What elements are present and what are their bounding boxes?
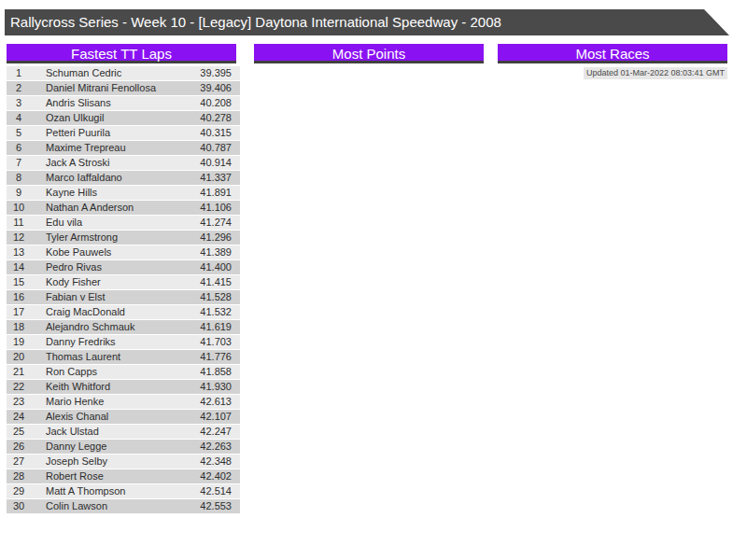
rank-cell: 4: [7, 111, 31, 125]
driver-cell: Maxime Trepreau: [31, 141, 186, 155]
driver-cell: Kody Fisher: [31, 275, 186, 289]
time-cell: 42.348: [186, 455, 240, 469]
table-row: 5 Petteri Puurila 40.315: [7, 126, 240, 141]
table-row: 28 Robert Rose 42.402: [7, 469, 240, 484]
rank-cell: 22: [7, 380, 31, 394]
time-cell: 40.787: [186, 141, 240, 155]
driver-cell: Edu vila: [31, 216, 186, 230]
table-row: 20 Thomas Laurent 41.776: [7, 350, 240, 365]
driver-cell: Ozan Ulkugil: [31, 111, 186, 125]
driver-cell: Pedro Rivas: [31, 260, 186, 274]
table-row: 16 Fabian v Elst 41.528: [7, 290, 240, 305]
rank-cell: 16: [7, 290, 31, 304]
driver-cell: Daniel Mitrani Fenollosa: [31, 81, 186, 95]
time-cell: 41.619: [186, 320, 240, 334]
time-cell: 40.315: [186, 126, 240, 140]
table-row: 1 Schuman Cedric 39.395: [7, 66, 240, 81]
most-points-header: Most Points: [254, 44, 484, 63]
table-row: 27 Joseph Selby 42.348: [7, 455, 240, 469]
rank-cell: 17: [7, 305, 31, 319]
driver-cell: Fabian v Elst: [31, 290, 186, 304]
rank-cell: 11: [7, 216, 31, 230]
driver-cell: Petteri Puurila: [31, 126, 186, 140]
driver-cell: Mario Henke: [31, 395, 186, 409]
time-cell: 41.415: [186, 275, 240, 289]
time-cell: 42.553: [186, 499, 240, 513]
fastest-tt-laps-table: 1 Schuman Cedric 39.395 2 Daniel Mitrani…: [7, 66, 240, 514]
table-row: 18 Alejandro Schmauk 41.619: [7, 320, 240, 335]
rank-cell: 6: [7, 141, 31, 155]
time-cell: 42.514: [186, 484, 240, 498]
time-cell: 40.208: [186, 96, 240, 110]
time-cell: 41.296: [186, 231, 240, 245]
table-row: 25 Jack Ulstad 42.247: [7, 425, 240, 440]
rank-cell: 30: [7, 499, 31, 513]
rank-cell: 8: [7, 171, 31, 185]
driver-cell: Kobe Pauwels: [31, 245, 186, 259]
table-row: 4 Ozan Ulkugil 40.278: [7, 111, 240, 126]
section-most-points: Most Points: [254, 44, 484, 63]
rank-cell: 18: [7, 320, 31, 334]
table-row: 23 Mario Henke 42.613: [7, 395, 240, 410]
updated-timestamp: Updated 01-Mar-2022 08:03:41 GMT: [584, 67, 727, 79]
time-cell: 42.107: [186, 410, 240, 424]
time-cell: 42.613: [186, 395, 240, 409]
rank-cell: 28: [7, 469, 31, 483]
time-cell: 41.776: [186, 350, 240, 364]
time-cell: 39.406: [186, 81, 240, 95]
table-row: 14 Pedro Rivas 41.400: [7, 260, 240, 275]
fastest-tt-laps-header: Fastest TT Laps: [7, 44, 236, 63]
driver-cell: Danny Fredriks: [31, 335, 186, 349]
time-cell: 41.274: [186, 216, 240, 230]
rank-cell: 1: [7, 66, 31, 80]
rank-cell: 20: [7, 350, 31, 364]
page-title: Rallycross Series - Week 10 - [Legacy] D…: [10, 14, 501, 30]
table-row: 19 Danny Fredriks 41.703: [7, 335, 240, 350]
table-row: 12 Tyler Armstrong 41.296: [7, 231, 240, 245]
time-cell: 41.930: [186, 380, 240, 394]
table-row: 30 Colin Lawson 42.553: [7, 499, 240, 514]
rank-cell: 2: [7, 81, 31, 95]
rank-cell: 14: [7, 260, 31, 274]
time-cell: 41.528: [186, 290, 240, 304]
table-row: 6 Maxime Trepreau 40.787: [7, 141, 240, 156]
driver-cell: Jack Ulstad: [31, 425, 186, 439]
table-row: 29 Matt A Thompson 42.514: [7, 484, 240, 499]
table-row: 11 Edu vila 41.274: [7, 216, 240, 231]
rank-cell: 3: [7, 96, 31, 110]
driver-cell: Keith Whitford: [31, 380, 186, 394]
rank-cell: 26: [7, 440, 31, 454]
driver-cell: Danny Legge: [31, 440, 186, 454]
rank-cell: 12: [7, 231, 31, 245]
section-fastest-tt-laps: Fastest TT Laps 1 Schuman Cedric 39.395 …: [7, 44, 240, 514]
table-row: 2 Daniel Mitrani Fenollosa 39.406: [7, 81, 240, 96]
time-cell: 41.703: [186, 335, 240, 349]
time-cell: 41.891: [186, 186, 240, 200]
table-row: 17 Craig MacDonald 41.532: [7, 305, 240, 320]
time-cell: 40.278: [186, 111, 240, 125]
rank-cell: 13: [7, 245, 31, 259]
table-row: 22 Keith Whitford 41.930: [7, 380, 240, 395]
time-cell: 41.337: [186, 171, 240, 185]
section-most-races: Most Races Updated 01-Mar-2022 08:03:41 …: [498, 44, 727, 79]
time-cell: 41.532: [186, 305, 240, 319]
driver-cell: Alejandro Schmauk: [31, 320, 186, 334]
table-row: 15 Kody Fisher 41.415: [7, 275, 240, 290]
most-races-header: Most Races: [498, 44, 727, 63]
rank-cell: 24: [7, 410, 31, 424]
rank-cell: 23: [7, 395, 31, 409]
rank-cell: 19: [7, 335, 31, 349]
rank-cell: 7: [7, 156, 31, 170]
rank-cell: 9: [7, 186, 31, 200]
driver-cell: Joseph Selby: [31, 455, 186, 469]
rank-cell: 25: [7, 425, 31, 439]
driver-cell: Jack A Stroski: [31, 156, 186, 170]
time-cell: 42.402: [186, 469, 240, 483]
table-row: 24 Alexis Chanal 42.107: [7, 410, 240, 425]
time-cell: 41.858: [186, 365, 240, 379]
table-row: 8 Marco Iaffaldano 41.337: [7, 171, 240, 186]
driver-cell: Matt A Thompson: [31, 484, 186, 498]
time-cell: 41.106: [186, 201, 240, 215]
driver-cell: Andris Slisans: [31, 96, 186, 110]
driver-cell: Craig MacDonald: [31, 305, 186, 319]
